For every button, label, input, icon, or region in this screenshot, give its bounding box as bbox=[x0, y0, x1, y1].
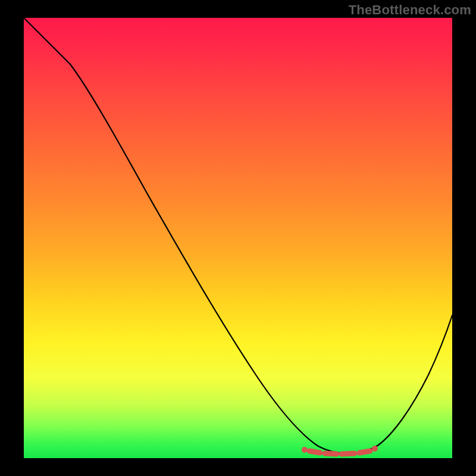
svg-point-1 bbox=[372, 446, 378, 452]
watermark-text: TheBottleneck.com bbox=[349, 2, 471, 18]
plot-area bbox=[24, 18, 452, 458]
svg-point-0 bbox=[302, 447, 308, 453]
minimum-marker bbox=[302, 446, 378, 454]
chart-frame: TheBottleneck.com bbox=[0, 0, 476, 476]
bottleneck-curve bbox=[24, 18, 452, 453]
curve-svg bbox=[24, 18, 452, 458]
